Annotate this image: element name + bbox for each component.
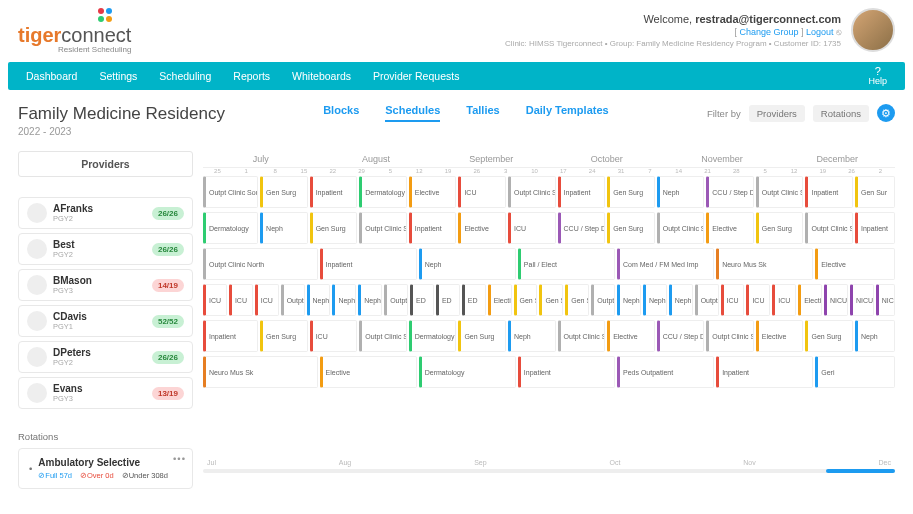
- schedule-block[interactable]: Inpatient: [409, 212, 457, 244]
- schedule-block[interactable]: Elective: [798, 284, 822, 316]
- schedule-block[interactable]: Inpatient: [310, 176, 358, 208]
- schedule-block[interactable]: Elective: [607, 320, 655, 352]
- schedule-block[interactable]: Elective: [320, 356, 417, 388]
- avatar[interactable]: [851, 8, 895, 52]
- nav-whiteboards[interactable]: Whiteboards: [292, 70, 351, 82]
- schedule-block[interactable]: Outpt: [384, 284, 408, 316]
- schedule-block[interactable]: Elective: [756, 320, 804, 352]
- schedule-block[interactable]: Outpt Clinic South: [706, 320, 754, 352]
- schedule-block[interactable]: Inpatient: [518, 356, 615, 388]
- schedule-block[interactable]: Neph: [508, 320, 556, 352]
- filter-rotations[interactable]: Rotations: [813, 105, 869, 122]
- tab-tallies[interactable]: Tallies: [466, 104, 499, 122]
- schedule-block[interactable]: Neph: [855, 320, 895, 352]
- tab-blocks[interactable]: Blocks: [323, 104, 359, 122]
- timeline-bar[interactable]: [203, 469, 895, 473]
- schedule-block[interactable]: Outpt: [281, 284, 305, 316]
- schedule-block[interactable]: Gen S: [514, 284, 538, 316]
- schedule-block[interactable]: Dermatology: [409, 320, 457, 352]
- provider-card[interactable]: CDavisPGY152/52: [18, 305, 193, 337]
- schedule-block[interactable]: Com Med / FM Med Imp: [617, 248, 714, 280]
- schedule-block[interactable]: Outpt: [591, 284, 615, 316]
- schedule-block[interactable]: Gen Surg: [260, 176, 308, 208]
- schedule-block[interactable]: Outpt Clinic South: [508, 176, 556, 208]
- schedule-block[interactable]: Gen Surg: [260, 320, 308, 352]
- schedule-block[interactable]: Outpt Clinic South: [359, 212, 407, 244]
- schedule-block[interactable]: Inpatient: [558, 176, 606, 208]
- schedule-block[interactable]: Geri: [815, 356, 895, 388]
- gear-icon[interactable]: ⚙: [877, 104, 895, 122]
- schedule-block[interactable]: Outpt Clinic South: [359, 320, 407, 352]
- schedule-block[interactable]: Gen S: [565, 284, 589, 316]
- schedule-block[interactable]: ED: [410, 284, 434, 316]
- schedule-block[interactable]: Gen Surg: [805, 320, 853, 352]
- schedule-block[interactable]: Neph: [657, 176, 705, 208]
- schedule-block[interactable]: ICU: [721, 284, 745, 316]
- schedule-block[interactable]: Neph: [617, 284, 641, 316]
- schedule-block[interactable]: ED: [436, 284, 460, 316]
- provider-card[interactable]: AFranksPGY226/26: [18, 197, 193, 229]
- schedule-block[interactable]: Neuro Mus Sk: [716, 248, 813, 280]
- schedule-block[interactable]: Elective: [815, 248, 895, 280]
- schedule-block[interactable]: Elective: [706, 212, 754, 244]
- schedule-block[interactable]: NICU: [876, 284, 895, 316]
- schedule-block[interactable]: Outpt Clinic North: [203, 248, 318, 280]
- schedule-block[interactable]: Outpt: [695, 284, 719, 316]
- schedule-block[interactable]: Outpt Clinic South: [558, 320, 606, 352]
- schedule-block[interactable]: ICU: [746, 284, 770, 316]
- schedule-block[interactable]: Neph: [643, 284, 667, 316]
- schedule-block[interactable]: Elective: [488, 284, 512, 316]
- schedule-block[interactable]: Gen Surg: [607, 176, 655, 208]
- schedule-block[interactable]: ICU: [203, 284, 227, 316]
- schedule-block[interactable]: Gen Surg: [756, 212, 804, 244]
- rotation-card[interactable]: ••• • Ambulatory Selective ⊘Full 57d ⊘Ov…: [18, 448, 193, 489]
- schedule-block[interactable]: ICU: [458, 176, 506, 208]
- nav-reports[interactable]: Reports: [233, 70, 270, 82]
- provider-card[interactable]: EvansPGY313/19: [18, 377, 193, 409]
- schedule-block[interactable]: Inpatient: [320, 248, 417, 280]
- schedule-block[interactable]: ICU: [229, 284, 253, 316]
- schedule-block[interactable]: Elective: [458, 212, 506, 244]
- schedule-block[interactable]: Inpatient: [805, 176, 853, 208]
- schedule-block[interactable]: ED: [462, 284, 486, 316]
- schedule-block[interactable]: CCU / Step Down: [706, 176, 754, 208]
- schedule-block[interactable]: Neph: [358, 284, 382, 316]
- provider-card[interactable]: BMasonPGY314/19: [18, 269, 193, 301]
- schedule-block[interactable]: ICU: [255, 284, 279, 316]
- schedule-block[interactable]: Elective: [409, 176, 457, 208]
- schedule-block[interactable]: Peds Outpatient: [617, 356, 714, 388]
- schedule-block[interactable]: Neph: [307, 284, 331, 316]
- schedule-block[interactable]: Inpatient: [203, 320, 258, 352]
- schedule-block[interactable]: CCU / Step Down: [657, 320, 705, 352]
- schedule-block[interactable]: Dermatology: [203, 212, 258, 244]
- schedule-block[interactable]: Gen Sur: [855, 176, 895, 208]
- schedule-block[interactable]: Outpt Clinic South: [203, 176, 258, 208]
- schedule-block[interactable]: Gen S: [539, 284, 563, 316]
- schedule-block[interactable]: Neph: [669, 284, 693, 316]
- logout-link[interactable]: Logout: [806, 27, 834, 37]
- schedule-block[interactable]: Outpt Clinic South: [657, 212, 705, 244]
- schedule-block[interactable]: ICU: [310, 320, 358, 352]
- schedule-block[interactable]: Neph: [332, 284, 356, 316]
- schedule-block[interactable]: Pall / Elect: [518, 248, 615, 280]
- schedule-block[interactable]: Dermatology: [419, 356, 516, 388]
- schedule-block[interactable]: ICU: [508, 212, 556, 244]
- schedule-block[interactable]: Neph: [260, 212, 308, 244]
- nav-dashboard[interactable]: Dashboard: [26, 70, 77, 82]
- schedule-block[interactable]: Gen Surg: [607, 212, 655, 244]
- change-group-link[interactable]: Change Group: [739, 27, 798, 37]
- schedule-block[interactable]: Inpatient: [716, 356, 813, 388]
- schedule-block[interactable]: Outpt Clinic South: [756, 176, 804, 208]
- schedule-block[interactable]: NICU: [850, 284, 874, 316]
- schedule-block[interactable]: Gen Surg: [310, 212, 358, 244]
- help-link[interactable]: Help: [868, 66, 887, 86]
- schedule-block[interactable]: NICU: [824, 284, 848, 316]
- schedule-block[interactable]: Gen Surg: [458, 320, 506, 352]
- schedule-block[interactable]: Dermatology: [359, 176, 407, 208]
- more-icon[interactable]: •••: [173, 453, 186, 464]
- nav-settings[interactable]: Settings: [99, 70, 137, 82]
- nav-scheduling[interactable]: Scheduling: [159, 70, 211, 82]
- schedule-block[interactable]: Neph: [419, 248, 516, 280]
- tab-daily-templates[interactable]: Daily Templates: [526, 104, 609, 122]
- schedule-block[interactable]: ICU: [772, 284, 796, 316]
